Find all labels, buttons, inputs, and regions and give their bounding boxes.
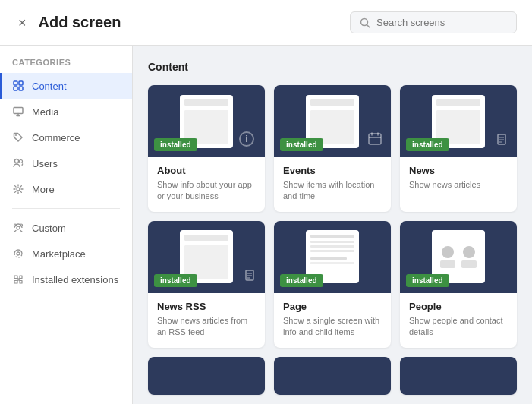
sidebar-item-custom-label: Custom: [32, 223, 66, 234]
svg-point-16: [17, 252, 20, 255]
about-installed-badge: Installed: [154, 138, 197, 151]
users-icon: [12, 157, 24, 169]
card-news-title: News: [409, 165, 508, 176]
card-events-body: Events Show items with location and time: [274, 157, 391, 212]
card-partial-2-preview: [274, 357, 391, 395]
card-people-title: People: [409, 301, 508, 312]
svg-point-10: [15, 159, 19, 163]
sidebar-item-more-label: More: [32, 184, 55, 195]
card-news-rss-body: News RSS Show news articles from an RSS …: [148, 293, 265, 348]
sidebar-divider: [12, 208, 120, 209]
card-about-body: About Show info about your app or your b…: [148, 157, 265, 212]
card-events-title: Events: [283, 165, 382, 176]
card-people[interactable]: Installed People Show people and contact…: [400, 221, 517, 348]
card-news-rss-title: News RSS: [157, 301, 256, 312]
cards-grid-row1: i Installed About Show info about your a…: [148, 85, 517, 212]
card-page-desc: Show a single screen with info and child…: [283, 315, 382, 339]
about-info-icon: i: [239, 131, 254, 147]
sidebar: Categories Content M: [0, 46, 133, 404]
custom-icon: [12, 222, 24, 234]
sidebar-item-users-label: Users: [32, 158, 58, 169]
grid-icon: [12, 80, 24, 92]
sidebar-item-marketplace[interactable]: Marketplace: [0, 241, 132, 267]
card-news-rss[interactable]: Installed News RSS Show news articles fr…: [148, 221, 265, 348]
news-rss-doc-icon: [244, 270, 256, 284]
page-installed-badge: Installed: [280, 274, 323, 287]
svg-rect-5: [19, 87, 23, 90]
monitor-icon: [12, 106, 24, 118]
page-title: Add screen: [39, 14, 341, 31]
card-partial-2[interactable]: [274, 357, 391, 395]
svg-rect-3: [19, 81, 23, 85]
svg-rect-2: [14, 81, 17, 85]
sidebar-item-installed-extensions[interactable]: Installed extensions: [0, 267, 132, 292]
search-wrapper: [350, 11, 517, 33]
card-page-body: Page Show a single screen with info and …: [274, 293, 391, 348]
card-people-desc: Show people and contact details: [409, 315, 508, 339]
svg-point-12: [17, 188, 20, 191]
events-calendar-icon: [368, 132, 382, 148]
card-news[interactable]: Installed News Show news articles: [400, 85, 517, 212]
sidebar-item-commerce[interactable]: Commerce: [0, 125, 132, 150]
header: × Add screen: [0, 0, 532, 46]
card-news-body: News Show news articles: [400, 157, 517, 200]
card-about-desc: Show info about your app or your busines…: [157, 179, 256, 203]
events-installed-badge: Installed: [280, 138, 323, 151]
sidebar-item-installed-extensions-label: Installed extensions: [32, 274, 118, 286]
card-about-preview: i Installed: [148, 85, 265, 157]
card-people-preview: Installed: [400, 221, 517, 293]
search-input[interactable]: [376, 17, 507, 28]
card-page-preview: Installed: [274, 221, 391, 293]
layout: Categories Content M: [0, 46, 532, 404]
news-rss-installed-badge: Installed: [154, 274, 197, 287]
svg-point-13: [17, 226, 20, 229]
search-icon: [360, 17, 370, 28]
card-partial-3-preview: [400, 357, 517, 395]
sidebar-item-media[interactable]: Media: [0, 99, 132, 125]
card-events-desc: Show items with location and time: [283, 179, 382, 203]
svg-rect-6: [14, 108, 23, 114]
tag-icon: [12, 131, 24, 144]
card-partial-1-preview: [148, 357, 265, 395]
card-page-title: Page: [283, 301, 382, 312]
sidebar-section-title: Categories: [0, 58, 132, 73]
card-news-rss-desc: Show news articles from an RSS feed: [157, 315, 256, 339]
card-page[interactable]: Installed Page Show a single screen with…: [274, 221, 391, 348]
card-people-body: People Show people and contact details: [400, 293, 517, 348]
card-partial-1[interactable]: [148, 357, 265, 395]
svg-point-9: [15, 134, 17, 136]
cards-grid-row2: Installed News RSS Show news articles fr…: [148, 221, 517, 348]
close-button[interactable]: ×: [15, 13, 30, 33]
svg-point-11: [20, 160, 23, 163]
sidebar-item-content[interactable]: Content: [0, 73, 132, 99]
content-section-title: Content: [148, 61, 517, 73]
sidebar-item-more[interactable]: More: [0, 176, 132, 202]
svg-rect-17: [369, 134, 381, 144]
puzzle-icon: [12, 273, 24, 286]
people-installed-badge: Installed: [406, 274, 449, 287]
sidebar-item-users[interactable]: Users: [0, 150, 132, 176]
sidebar-item-marketplace-label: Marketplace: [32, 248, 86, 260]
card-partial-3[interactable]: [400, 357, 517, 395]
card-news-preview: Installed: [400, 85, 517, 157]
news-doc-icon: [496, 134, 508, 148]
marketplace-icon: [12, 248, 24, 260]
svg-rect-4: [14, 87, 17, 90]
gear-icon: [12, 183, 24, 195]
card-news-desc: Show news articles: [409, 179, 508, 191]
card-events-preview: Installed: [274, 85, 391, 157]
sidebar-item-content-label: Content: [32, 80, 67, 92]
card-about[interactable]: i Installed About Show info about your a…: [148, 85, 265, 212]
main-content: Content i Installed About Show info: [133, 46, 532, 404]
sidebar-item-media-label: Media: [32, 106, 58, 118]
cards-grid-row3-partial: [148, 357, 517, 395]
card-about-title: About: [157, 165, 256, 176]
card-events[interactable]: Installed Events Show items with locatio…: [274, 85, 391, 212]
svg-line-1: [367, 24, 370, 27]
sidebar-item-custom[interactable]: Custom: [0, 215, 132, 241]
news-installed-badge: Installed: [406, 138, 449, 151]
card-news-rss-preview: Installed: [148, 221, 265, 293]
sidebar-item-commerce-label: Commerce: [32, 132, 80, 144]
